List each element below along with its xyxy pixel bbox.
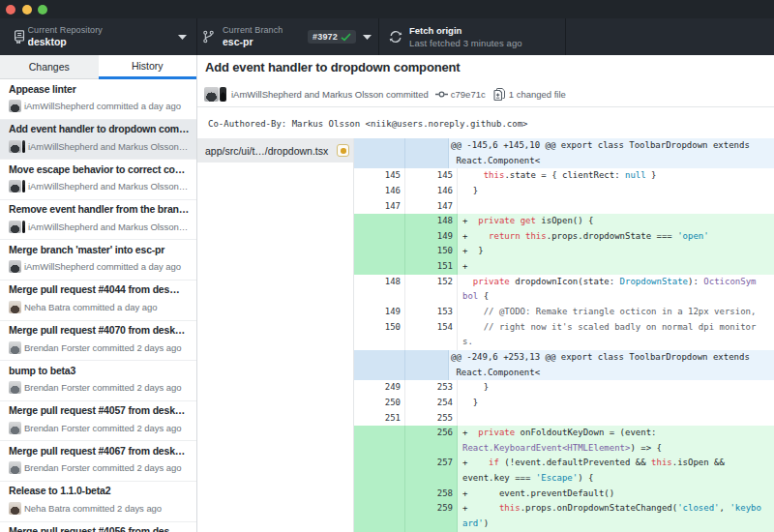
diff-added-line: 149+ return this.props.dropdownState ===… xyxy=(354,229,774,245)
diff-added-line: event.key === 'Escape') { xyxy=(354,471,774,487)
commit-list-item[interactable]: Merge pull request #4067 from desk…Brend… xyxy=(0,441,196,482)
new-line-number: 253 xyxy=(405,380,458,396)
sidebar: Changes History Appease linteriAmWillShe… xyxy=(0,55,197,532)
commit-list-item-title: Merge pull request #4056 from des… xyxy=(9,525,192,532)
old-line-number xyxy=(354,501,405,517)
committer-avatars xyxy=(204,87,226,102)
repository-caption: Current Repository xyxy=(28,25,103,36)
new-line-number xyxy=(405,366,449,381)
commit-list-item-title: Merge pull request #4067 from desk… xyxy=(9,445,192,458)
old-line-number xyxy=(354,471,405,487)
commit-list-item-byline: Neha Batra committed 2 days ago xyxy=(9,502,192,515)
current-branch-dropdown[interactable]: Current Branch esc-pr #3972 xyxy=(197,18,379,55)
author-avatars xyxy=(9,422,21,434)
pr-number: #3972 xyxy=(313,32,338,42)
tab-history[interactable]: History xyxy=(99,55,197,79)
avatar xyxy=(9,381,21,394)
byline-text: iAmWillShepherd and Markus Olsson… xyxy=(28,181,188,192)
commit-list-item[interactable]: Move escape behavior to correct co…iAmWi… xyxy=(0,160,196,200)
commit-list-item[interactable]: Merge pull request #4056 from des… xyxy=(0,522,196,532)
diff-code-text: } xyxy=(458,184,774,199)
diff-code-text: event.key === 'Escape') { xyxy=(458,471,774,487)
git-branch-icon xyxy=(203,30,214,44)
diff-context-line: bol { xyxy=(354,289,774,305)
commit-list-item[interactable]: Merge pull request #4044 from des…Neha B… xyxy=(0,281,196,321)
minimize-window-button[interactable] xyxy=(22,5,32,15)
diff-context-line: 150154 // right now it's scaled badly on… xyxy=(354,320,774,336)
new-line-number: 154 xyxy=(405,320,458,336)
commit-list-item-title: Appease linter xyxy=(9,83,192,96)
diff-code-text: + xyxy=(458,259,774,275)
sidebar-tabs: Changes History xyxy=(0,55,196,79)
author-avatars xyxy=(9,502,21,515)
diff-context-line: s. xyxy=(354,335,774,350)
avatar xyxy=(9,301,21,313)
new-line-number xyxy=(405,154,449,169)
new-line-number xyxy=(405,517,458,532)
commit-list-item[interactable]: Appease linteriAmWillShepherd committed … xyxy=(0,79,196,120)
new-line-number: 146 xyxy=(405,184,458,199)
diff-code-text: + private get isOpen() { xyxy=(458,214,774,229)
close-window-button[interactable] xyxy=(6,5,15,15)
commit-title: Add event handler to dropdown component xyxy=(205,60,461,74)
commit-meta: iAmWillShepherd and Markus Olsson commit… xyxy=(204,87,774,102)
old-line-number xyxy=(354,366,405,381)
old-line-number xyxy=(354,138,405,154)
commit-list-item[interactable]: Remove event handler from the bran…iAmWi… xyxy=(0,200,196,241)
old-line-number: 146 xyxy=(354,184,405,199)
file-row[interactable]: app/src/ui/t…/dropdown.tsx xyxy=(197,138,353,163)
diff-context-line: 149153 // @TODO: Remake triangle octicon… xyxy=(354,305,774,320)
old-line-number xyxy=(354,426,405,441)
author-avatars xyxy=(9,381,21,394)
new-line-number: 149 xyxy=(405,229,458,245)
changed-file-icon xyxy=(493,88,505,101)
commit-list-item[interactable]: Release to 1.1.0-beta2Neha Batra committ… xyxy=(0,482,196,522)
diff-added-line: 151+ xyxy=(354,259,774,275)
commit-description: Co-Authored-By: Markus Olsson <niik@user… xyxy=(197,108,774,139)
avatar xyxy=(9,502,21,515)
new-line-number: 152 xyxy=(405,275,458,290)
new-line-number: 254 xyxy=(405,396,458,411)
commit-list-item[interactable]: Merge branch 'master' into esc-priAmWill… xyxy=(0,240,196,281)
diff-code-text: + private onFoldoutKeyDown = (event: xyxy=(458,426,774,441)
current-repository-dropdown[interactable]: Current Repository desktop xyxy=(0,18,197,55)
file-path: app/src/ui/t…/dropdown.tsx xyxy=(205,145,337,157)
old-line-number xyxy=(354,517,405,532)
commit-list-item-byline: Brendan Forster committed 2 days ago xyxy=(9,461,192,474)
author-avatars xyxy=(9,260,21,273)
old-line-number: 147 xyxy=(354,199,405,215)
commit-list-item[interactable]: Add event handler to dropdown com…iAmWil… xyxy=(0,120,196,161)
commit-list-item[interactable]: Merge pull request #4070 from desk…Brend… xyxy=(0,321,196,362)
git-commit-icon xyxy=(435,90,448,99)
commit-list-item-title: Move escape behavior to correct co… xyxy=(9,163,192,176)
tab-changes[interactable]: Changes xyxy=(0,55,99,79)
diff-code-text: } xyxy=(458,380,774,396)
byline-text: Neha Batra committed 2 days ago xyxy=(24,503,162,514)
diff-code-text: private dropdownIcon(state: DropdownStat… xyxy=(458,275,774,290)
commit-list-item-title: bump to beta3 xyxy=(9,365,192,377)
diff-content: app/src/ui/t…/dropdown.tsx @@ -145,6 +14… xyxy=(197,138,774,532)
tab-changes-label: Changes xyxy=(29,61,70,73)
commit-history-list: Appease linteriAmWillShepherd committed … xyxy=(0,79,196,532)
old-line-number xyxy=(354,154,405,169)
chevron-down-icon xyxy=(178,35,187,40)
diff-context-line: 148152 private dropdownIcon(state: Dropd… xyxy=(354,275,774,290)
old-line-number: 145 xyxy=(354,168,405,184)
commit-list-item[interactable]: bump to beta3Brendan Forster committed 2… xyxy=(0,361,196,401)
diff-added-line: 259+ this.props.onDropdownStateChanged('… xyxy=(354,501,774,517)
commit-list-item[interactable]: Merge pull request #4057 from desk…Brend… xyxy=(0,401,196,442)
commit-sha: c79e71c xyxy=(451,89,486,100)
old-line-number: 249 xyxy=(354,380,405,396)
new-line-number: 147 xyxy=(405,199,458,215)
commit-header: Add event handler to dropdown component … xyxy=(197,55,774,107)
avatar xyxy=(9,422,21,434)
zoom-window-button[interactable] xyxy=(38,5,47,15)
diff-code-text xyxy=(458,199,774,215)
fetch-origin-button[interactable]: Fetch origin Last fetched 3 minutes ago xyxy=(379,18,566,55)
diff-code-text: s. xyxy=(458,335,774,350)
diff-hunk-line: @@ -145,6 +145,10 @@ export class Toolba… xyxy=(354,138,774,154)
new-line-number xyxy=(405,350,449,366)
avatar xyxy=(22,180,25,192)
diff-code-text: + event.preventDefault() xyxy=(458,487,774,502)
diff-hunk-line: React.Component< xyxy=(354,366,774,381)
